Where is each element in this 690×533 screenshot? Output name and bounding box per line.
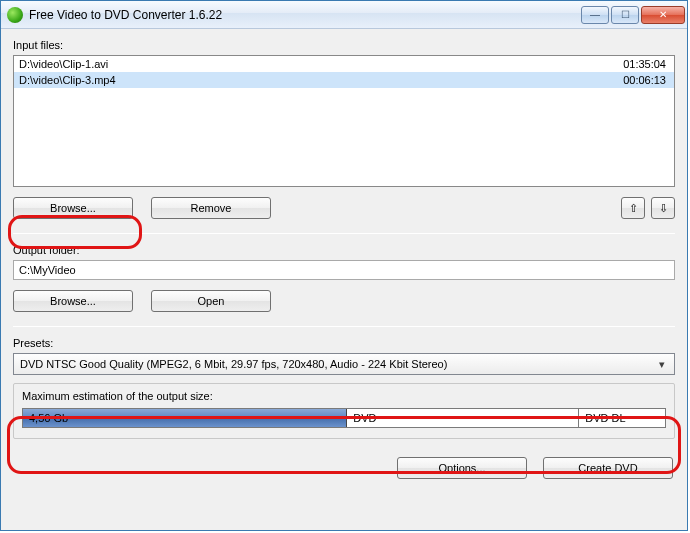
file-duration: 01:35:04 bbox=[623, 58, 666, 70]
size-bar: 4,56 Gb DVD DVD DL bbox=[22, 408, 666, 428]
file-row[interactable]: D:\video\Clip-1.avi 01:35:04 bbox=[14, 56, 674, 72]
output-folder-label: Output folder: bbox=[13, 244, 675, 256]
move-down-button[interactable]: ⇩ bbox=[651, 197, 675, 219]
estimation-label: Maximum estimation of the output size: bbox=[22, 390, 666, 402]
estimated-size-value: 4,56 Gb bbox=[29, 412, 68, 424]
input-files-label: Input files: bbox=[13, 39, 675, 51]
arrow-up-icon: ⇧ bbox=[629, 202, 638, 215]
input-file-list[interactable]: D:\video\Clip-1.avi 01:35:04 D:\video\Cl… bbox=[13, 55, 675, 187]
file-path: D:\video\Clip-3.mp4 bbox=[19, 74, 116, 86]
maximize-button[interactable]: ☐ bbox=[611, 6, 639, 24]
remove-button[interactable]: Remove bbox=[151, 197, 271, 219]
browse-input-button[interactable]: Browse... bbox=[13, 197, 133, 219]
estimated-size-fill: 4,56 Gb bbox=[23, 409, 347, 427]
window-controls: — ☐ ✕ bbox=[581, 6, 685, 24]
arrow-down-icon: ⇩ bbox=[659, 202, 668, 215]
minimize-button[interactable]: — bbox=[581, 6, 609, 24]
close-button[interactable]: ✕ bbox=[641, 6, 685, 24]
preset-selected-value: DVD NTSC Good Quality (MPEG2, 6 Mbit, 29… bbox=[20, 358, 447, 370]
presets-label: Presets: bbox=[13, 337, 675, 349]
titlebar: Free Video to DVD Converter 1.6.22 — ☐ ✕ bbox=[1, 1, 687, 29]
browse-output-button[interactable]: Browse... bbox=[13, 290, 133, 312]
preset-select[interactable]: DVD NTSC Good Quality (MPEG2, 6 Mbit, 29… bbox=[13, 353, 675, 375]
output-folder-value: C:\MyVideo bbox=[19, 264, 76, 276]
content-area: Input files: D:\video\Clip-1.avi 01:35:0… bbox=[1, 29, 687, 491]
window-title: Free Video to DVD Converter 1.6.22 bbox=[29, 8, 581, 22]
app-icon bbox=[7, 7, 23, 23]
dvd-dl-marker: DVD DL bbox=[578, 409, 665, 427]
file-duration: 00:06:13 bbox=[623, 74, 666, 86]
create-dvd-button[interactable]: Create DVD bbox=[543, 457, 673, 479]
move-up-button[interactable]: ⇧ bbox=[621, 197, 645, 219]
output-folder-input[interactable]: C:\MyVideo bbox=[13, 260, 675, 280]
divider bbox=[13, 326, 675, 327]
dvd-marker: DVD bbox=[347, 409, 578, 427]
chevron-down-icon: ▾ bbox=[654, 356, 670, 372]
file-path: D:\video\Clip-1.avi bbox=[19, 58, 108, 70]
app-window: Free Video to DVD Converter 1.6.22 — ☐ ✕… bbox=[0, 0, 688, 531]
options-button[interactable]: Options... bbox=[397, 457, 527, 479]
file-row[interactable]: D:\video\Clip-3.mp4 00:06:13 bbox=[14, 72, 674, 88]
open-output-button[interactable]: Open bbox=[151, 290, 271, 312]
divider bbox=[13, 233, 675, 234]
estimation-group: Maximum estimation of the output size: 4… bbox=[13, 383, 675, 439]
